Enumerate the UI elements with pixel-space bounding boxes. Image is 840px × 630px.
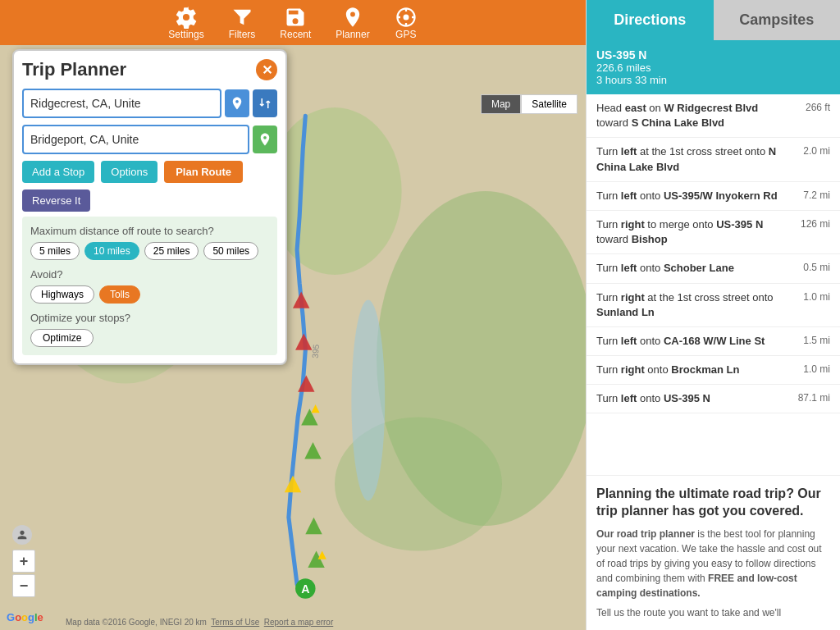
to-input[interactable] <box>22 125 249 154</box>
promo-tell: Tell us the route you want to take and w… <box>596 605 830 620</box>
direction-item: Turn right onto Brockman Ln 1.0 mi <box>587 356 840 385</box>
promo-title: Planning the ultimate road trip? Our tri… <box>596 486 830 520</box>
recent-item[interactable]: Recent <box>280 6 311 40</box>
tabs: Directions Campsites <box>587 0 840 40</box>
avoid-label: Avoid? <box>30 268 269 281</box>
swap-from-btn[interactable] <box>253 89 277 117</box>
gps-icon <box>395 6 418 29</box>
add-stop-button[interactable]: Add a Stop <box>22 161 94 183</box>
locate-to-btn[interactable] <box>253 126 277 153</box>
google-logo: Google <box>7 610 43 623</box>
satellite-toggle-btn[interactable]: Satellite <box>521 94 578 114</box>
gear-icon <box>175 6 198 29</box>
svg-text:A: A <box>301 582 309 596</box>
settings-item[interactable]: Settings <box>168 6 203 40</box>
app-container: Settings Filters Recent Planner <box>0 0 840 630</box>
route-name: US-395 N <box>596 48 830 62</box>
max-distance-label: Maximum distance off route to search? <box>30 225 269 237</box>
from-input[interactable] <box>22 89 221 118</box>
planner-label: Planner <box>336 29 369 40</box>
direction-item: Turn left at the 1st cross street onto N… <box>587 138 840 181</box>
reverse-row: Reverse It <box>22 189 277 212</box>
gps-item[interactable]: GPS <box>395 6 418 40</box>
route-distance: 226.6 miles <box>596 62 830 74</box>
direction-item: Turn left onto CA-168 W/W Line St 1.5 mi <box>587 327 840 356</box>
trip-planner-panel: Trip Planner ✕ <box>12 49 287 365</box>
settings-label: Settings <box>168 29 203 40</box>
trip-planner-header: Trip Planner ✕ <box>22 59 277 80</box>
direction-item: Turn left onto US-395/W Inyokern Rd 7.2 … <box>587 182 840 211</box>
plan-route-button[interactable]: Plan Route <box>164 161 243 183</box>
dist-10-btn[interactable]: 10 miles <box>84 242 139 260</box>
direction-item: Turn left onto US-395 N 87.1 mi <box>587 385 840 413</box>
distance-options: 5 miles 10 miles 25 miles 50 miles <box>30 242 269 260</box>
direction-item: Turn right to merge onto US-395 N toward… <box>587 211 840 254</box>
optimize-button[interactable]: Optimize <box>30 329 94 347</box>
route-summary: US-395 N 226.6 miles 3 hours 33 min <box>587 40 840 94</box>
action-buttons-row: Add a Stop Options Plan Route <box>22 161 277 183</box>
zoom-in-btn[interactable]: + <box>12 550 35 573</box>
locate-from-btn[interactable] <box>225 89 249 117</box>
promo-text: Our road trip planner is the best tool f… <box>596 527 830 600</box>
svg-point-5 <box>351 300 385 501</box>
highways-btn[interactable]: Highways <box>30 285 94 304</box>
directions-list[interactable]: Head east on W Ridgecrest Blvd toward S … <box>587 94 840 475</box>
to-input-row <box>22 125 277 154</box>
close-button[interactable]: ✕ <box>256 59 277 80</box>
direction-item: Turn right at the 1st cross street onto … <box>587 284 840 327</box>
recent-label: Recent <box>280 29 311 40</box>
person-icon[interactable] <box>12 525 32 545</box>
dist-25-btn[interactable]: 25 miles <box>144 242 199 260</box>
filters-label: Filters <box>229 29 256 40</box>
from-input-row <box>22 89 277 118</box>
map-panel: Settings Filters Recent Planner <box>0 0 586 630</box>
toolbar: Settings Filters Recent Planner <box>0 0 586 45</box>
options-section: Maximum distance off route to search? 5 … <box>22 217 277 355</box>
promo-section: Planning the ultimate road trip? Our tri… <box>587 475 840 630</box>
planner-icon <box>341 6 364 29</box>
save-icon <box>284 6 307 29</box>
map-attribution: Map data ©2016 Google, INEGI 20 km Terms… <box>66 618 333 627</box>
svg-point-3 <box>267 107 401 275</box>
direction-item: Turn left onto Schober Lane 0.5 mi <box>587 254 840 283</box>
filters-item[interactable]: Filters <box>229 6 256 40</box>
trip-planner-title: Trip Planner <box>22 59 126 80</box>
map-controls: + − <box>12 525 35 597</box>
route-time: 3 hours 33 min <box>596 74 830 86</box>
avoid-options: Highways Tolls <box>30 285 269 304</box>
gps-label: GPS <box>395 29 416 40</box>
dist-50-btn[interactable]: 50 miles <box>203 242 258 260</box>
options-button[interactable]: Options <box>101 161 158 183</box>
tab-campsites[interactable]: Campsites <box>714 0 841 40</box>
svg-text:395: 395 <box>311 344 321 358</box>
optimize-label: Optimize your stops? <box>30 312 269 324</box>
dist-5-btn[interactable]: 5 miles <box>30 242 80 260</box>
map-toggle-btn[interactable]: Map <box>481 94 521 114</box>
direction-item: Head east on W Ridgecrest Blvd toward S … <box>587 94 840 138</box>
reverse-button[interactable]: Reverse It <box>22 189 90 212</box>
filter-icon <box>231 6 253 29</box>
tab-directions[interactable]: Directions <box>587 0 714 40</box>
zoom-out-btn[interactable]: − <box>12 574 35 597</box>
right-panel: Directions Campsites US-395 N 226.6 mile… <box>586 0 840 630</box>
planner-item[interactable]: Planner <box>336 6 369 40</box>
tolls-btn[interactable]: Tolls <box>99 285 140 304</box>
map-satellite-toggle: Map Satellite <box>481 94 578 114</box>
